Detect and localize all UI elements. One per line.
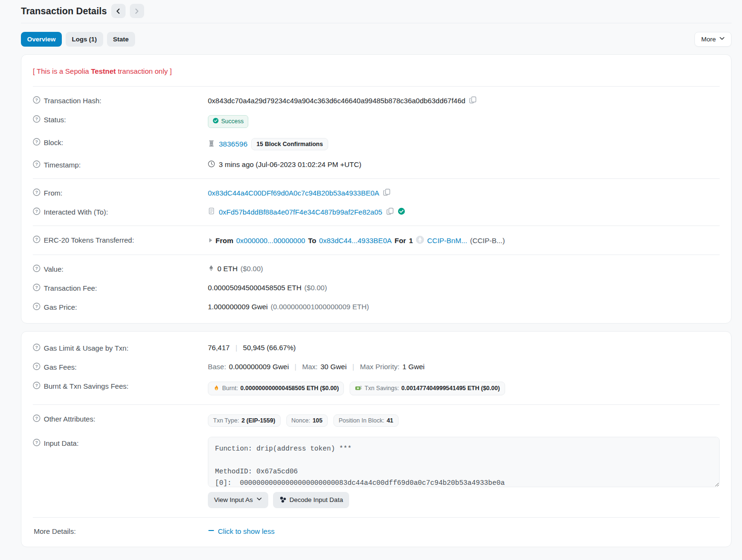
from-row: From: 0x83dC44a4C00DFf69d0A0c7c94B20b53a… (33, 183, 720, 202)
help-icon (33, 344, 40, 353)
tab-overview[interactable]: Overview (21, 32, 62, 47)
details-card: Gas Limit & Usage by Txn: 76,417 | 50,94… (21, 331, 732, 547)
max-priority-fee-label: Max Priority: (360, 363, 400, 371)
warning-prefix: [ This is a Sepolia (33, 67, 91, 75)
verified-contract-icon (398, 207, 405, 216)
decode-input-data-button[interactable]: Decode Input Data (273, 492, 350, 508)
divider (33, 178, 720, 179)
chevron-down-icon (256, 496, 262, 503)
clock-icon (208, 160, 215, 169)
input-data-row: Input Data: Function: drip(address token… (33, 432, 720, 513)
more-dropdown-button[interactable]: More (694, 32, 732, 47)
testnet-warning: [ This is a Sepolia Testnet transaction … (33, 61, 720, 82)
tab-logs[interactable]: Logs (1) (66, 32, 103, 47)
tab-state[interactable]: State (107, 32, 135, 47)
minus-icon (208, 527, 215, 535)
block-confirmations-badge: 15 Block Confirmations (251, 138, 328, 150)
block-row: Block: 3836596 15 Block Confirmations (33, 133, 720, 155)
separator: | (294, 363, 296, 371)
help-icon (33, 115, 40, 124)
txn-type-value: 2 (EIP-1559) (242, 417, 275, 424)
flame-icon (213, 384, 220, 393)
view-input-as-button[interactable]: View Input As (208, 492, 268, 508)
transaction-details-page: Transaction Details Overview Logs (1) St… (0, 0, 742, 560)
interacted-with-label: Interacted With (To): (44, 208, 108, 216)
block-label: Block: (44, 138, 63, 147)
caret-right-icon (208, 236, 213, 245)
page-header: Transaction Details (21, 3, 732, 23)
more-label: More (701, 36, 716, 43)
interacted-with-row: Interacted With (To): 0xFd57b4ddBf88a4e0… (33, 202, 720, 221)
transfer-from-address-link[interactable]: 0x000000...00000000 (236, 236, 305, 245)
burnt-label: Burnt: (222, 385, 238, 392)
base-fee-label: Base: (208, 363, 226, 371)
show-less-label: Click to show less (218, 527, 274, 535)
txn-type-label: Txn Type: (213, 417, 239, 424)
transaction-fee-usd: ($0.00) (304, 284, 327, 292)
copy-icon (383, 188, 391, 197)
divider (33, 404, 720, 405)
gas-price-label: Gas Price: (44, 303, 77, 311)
transfer-amount: 1 (409, 236, 413, 245)
burnt-savings-row: Burnt & Txn Savings Fees: Burnt: 0.00000… (33, 376, 720, 400)
help-icon (33, 188, 40, 197)
warning-bold: Testnet (91, 67, 116, 75)
hourglass-icon (208, 140, 215, 148)
warning-suffix: transaction only ] (116, 67, 172, 75)
nonce-value: 105 (312, 417, 322, 424)
token-symbol: (CCIP-B...) (470, 236, 505, 245)
from-address-link[interactable]: 0x83dC44a4C00DFf69d0A0c7c94B20b53a4933BE… (208, 189, 379, 197)
burnt-savings-label: Burnt & Txn Savings Fees: (44, 382, 128, 390)
position-in-block-label: Position In Block: (339, 417, 384, 424)
block-number-link[interactable]: 3836596 (219, 140, 247, 148)
help-icon (33, 96, 40, 105)
transfer-from-label: From (215, 236, 234, 245)
help-icon (33, 284, 40, 293)
timestamp-label: Timestamp: (44, 161, 81, 169)
help-icon (33, 439, 40, 448)
transaction-hash-row: Transaction Hash: 0x843dc70a4a29d79234c4… (33, 91, 720, 110)
timestamp-value: 3 mins ago (Jul-06-2023 01:02:24 PM +UTC… (219, 160, 361, 168)
chevron-left-icon (115, 8, 121, 14)
copy-interacted-address-button[interactable] (386, 207, 394, 216)
status-badge: Success (208, 115, 248, 128)
more-details-row: More Details: Click to show less (33, 522, 720, 540)
value-usd: ($0.00) (241, 265, 264, 273)
view-input-as-label: View Input As (214, 496, 253, 503)
copy-from-address-button[interactable] (383, 188, 391, 197)
token-name-link[interactable]: CCIP-BnM... (427, 236, 467, 245)
value-amount: 0 ETH (217, 265, 238, 273)
header-divider (21, 23, 732, 23)
base-fee-value: 0.000000009 Gwei (229, 363, 289, 371)
divider (33, 255, 720, 255)
token-icon (416, 236, 424, 246)
txn-savings-label: Txn Savings: (364, 385, 399, 392)
next-transaction-button[interactable] (130, 4, 144, 18)
copy-transaction-hash-button[interactable] (469, 96, 477, 105)
decode-icon (279, 496, 286, 504)
transfer-to-address-link[interactable]: 0x83dC44...4933BE0A (319, 236, 392, 245)
decode-input-data-label: Decode Input Data (290, 496, 343, 503)
from-label: From: (44, 189, 62, 197)
gas-limit-usage-row: Gas Limit & Usage by Txn: 76,417 | 50,94… (33, 338, 720, 357)
copy-icon (469, 96, 477, 105)
erc20-transfers-label: ERC-20 Tokens Transferred: (44, 236, 134, 244)
interacted-with-address-link[interactable]: 0xFd57b4ddBf88a4e07fF4e34C487b99af2Fe82a… (219, 208, 382, 216)
gas-fees-label: Gas Fees: (44, 363, 77, 371)
nonce-badge: Nonce: 105 (286, 414, 328, 427)
value-label: Value: (44, 265, 63, 273)
page-title: Transaction Details (21, 6, 107, 17)
other-attributes-label: Other Attributes: (44, 415, 95, 423)
input-data-textarea[interactable]: Function: drip(address token) *** Method… (208, 437, 720, 487)
gas-fees-row: Gas Fees: Base: 0.000000009 Gwei | Max: … (33, 357, 720, 376)
help-icon (33, 138, 40, 147)
help-icon (33, 236, 40, 245)
previous-transaction-button[interactable] (111, 4, 126, 18)
position-in-block-badge: Position In Block: 41 (333, 414, 399, 427)
tab-bar: Overview Logs (1) State More (21, 32, 732, 47)
click-to-show-less-link[interactable]: Click to show less (208, 527, 274, 535)
check-circle-icon (213, 118, 219, 125)
help-icon (33, 160, 40, 169)
transaction-fee-amount: 0.000050945000458505 ETH (208, 284, 302, 292)
position-in-block-value: 41 (387, 417, 393, 424)
